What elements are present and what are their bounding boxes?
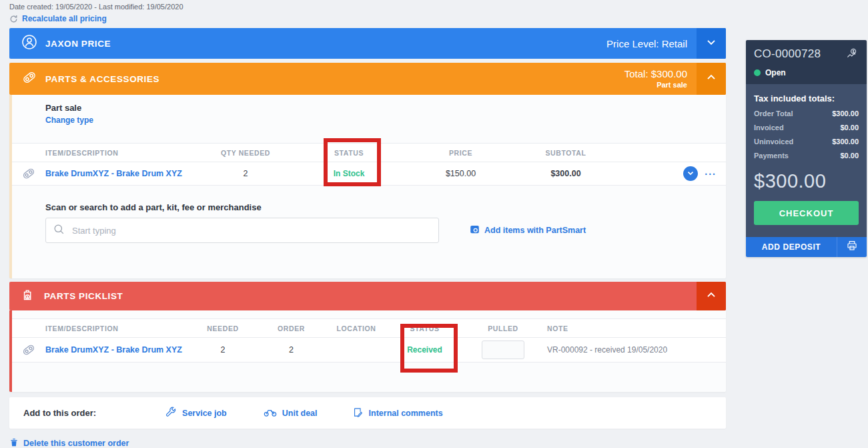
unit-deal-label: Unit deal (282, 409, 318, 418)
part-search-input[interactable] (71, 225, 432, 236)
collapse-parts-button[interactable] (697, 63, 726, 95)
parts-panel: Part sale Change type ITEM/DESCRIPTION Q… (9, 95, 726, 278)
parts-total-stack: Total: $300.00 Part sale (624, 68, 687, 90)
pulled-input[interactable] (482, 341, 524, 359)
pricing-trend-icon[interactable] (845, 47, 859, 63)
add-to-order-bar: Add to this order: Service job Unit deal… (9, 397, 726, 429)
customer-icon (21, 34, 37, 53)
picklist-header-bar: PARTS PICKLIST (9, 282, 726, 310)
motorcycle-icon (264, 407, 277, 419)
sale-type-label: Part sale (45, 103, 726, 113)
total-value: $0.00 (840, 124, 859, 132)
part-item-link[interactable]: Brake DrumXYZ - Brake Drum XYZ (45, 169, 182, 178)
change-type-link[interactable]: Change type (45, 116, 93, 125)
picklist-item-link[interactable]: Brake DrumXYZ - Brake Drum XYZ (45, 345, 182, 355)
recalculate-pricing-link[interactable]: Recalculate all pricing (9, 14, 726, 23)
delete-order-link[interactable]: Delete this customer order (9, 437, 726, 448)
col-location: LOCATION (326, 324, 386, 332)
customer-name: JAXON PRICE (45, 39, 111, 49)
order-page: Date created: 19/05/2020 - Last modified… (0, 0, 868, 448)
col-price: PRICE (406, 149, 516, 157)
expand-row-button[interactable] (683, 166, 698, 181)
chevron-up-icon (705, 288, 718, 304)
total-label: Order Total (754, 109, 793, 118)
part-item-icon (12, 166, 45, 181)
col-order: ORDER (256, 324, 326, 332)
col-pulled: PULLED (463, 324, 543, 332)
total-row-payments: Payments $0.00 (754, 152, 859, 160)
col-item-description: ITEM/DESCRIPTION (45, 324, 189, 332)
col-note: NOTE (543, 324, 726, 332)
total-row-uninvoiced: Uninvoiced $300.00 (754, 138, 859, 146)
total-label: Uninvoiced (754, 138, 793, 146)
delete-order-label: Delete this customer order (23, 439, 129, 448)
col-status: STATUS (292, 149, 406, 157)
status-dot (754, 69, 761, 76)
total-label: Invoiced (754, 124, 784, 132)
internal-comments-label: Internal comments (369, 409, 443, 418)
row-more-actions-button[interactable]: ... (705, 168, 717, 179)
collapse-picklist-button[interactable] (697, 282, 726, 310)
needed-value: 2 (189, 345, 256, 355)
picklist-status-value: Received (407, 345, 442, 355)
picklist-table-row: Brake DrumXYZ - Brake Drum XYZ 2 2 Recei… (12, 338, 726, 363)
note-text: VR-000092 - received 19/05/2020 (543, 345, 726, 355)
col-item-description: ITEM/DESCRIPTION (45, 149, 199, 157)
totals-title: Tax included totals: (754, 93, 859, 103)
checkout-button[interactable]: CHECKOUT (754, 201, 859, 225)
recalculate-label: Recalculate all pricing (22, 14, 107, 23)
parts-total: Total: $300.00 (624, 68, 687, 81)
customer-header-bar: JAXON PRICE Price Level: Retail (9, 28, 726, 59)
col-status: STATUS (386, 324, 463, 332)
total-row-invoiced: Invoiced $0.00 (754, 124, 859, 132)
add-to-order-label: Add to this order: (23, 408, 96, 418)
parts-table: ITEM/DESCRIPTION QTY NEEDED STATUS PRICE… (12, 143, 726, 186)
parts-table-header: ITEM/DESCRIPTION QTY NEEDED STATUS PRICE… (12, 143, 726, 162)
main-column: Date created: 19/05/2020 - Last modified… (9, 0, 726, 448)
subtotal-value: $300.00 (516, 169, 616, 178)
expand-customer-button[interactable] (697, 28, 726, 59)
sidebar-header: CO-0000728 Open (746, 40, 867, 84)
internal-comments-link[interactable]: Internal comments (352, 407, 443, 420)
search-icon (53, 223, 65, 238)
parts-total-subtitle: Part sale (624, 81, 687, 90)
parts-header-bar: PARTS & ACCESSORIES Total: $300.00 Part … (9, 63, 726, 95)
sidebar-totals: Tax included totals: Order Total $300.00… (746, 84, 867, 237)
total-row-order-total: Order Total $300.00 (754, 109, 859, 118)
col-qty-needed: QTY NEEDED (199, 149, 292, 157)
col-subtotal: SUBTOTAL (516, 149, 616, 157)
refresh-icon (9, 15, 18, 23)
total-value: $300.00 (832, 109, 859, 118)
qty-needed-value: 2 (199, 169, 292, 178)
printer-icon (846, 240, 858, 254)
add-deposit-button[interactable]: ADD DEPOSIT (746, 237, 837, 257)
order-number: CO-0000728 (754, 47, 821, 61)
service-job-label: Service job (182, 409, 227, 418)
trash-icon (9, 437, 19, 448)
stock-status-value: In Stock (334, 169, 365, 178)
price-level-label: Price Level: Retail (606, 38, 687, 49)
order-value: 2 (256, 345, 326, 355)
picklist-icon (21, 288, 36, 305)
note-pencil-icon (352, 407, 364, 420)
picklist-panel: ITEM/DESCRIPTION NEEDED ORDER LOCATION S… (9, 310, 726, 392)
sidebar-footer: ADD DEPOSIT (746, 237, 867, 257)
service-job-link[interactable]: Service job (165, 406, 227, 420)
parts-table-row: Brake DrumXYZ - Brake Drum XYZ 2 In Stoc… (12, 162, 726, 186)
total-value: $0.00 (840, 152, 859, 160)
parts-icon (21, 69, 37, 88)
order-summary-sidebar: CO-0000728 Open Tax included totals: Ord… (746, 40, 867, 257)
partsmart-icon (470, 224, 480, 236)
partsmart-link[interactable]: Add items with PartSmart (470, 224, 586, 236)
search-section-label: Scan or search to add a part, kit, fee o… (45, 202, 726, 212)
chevron-down-icon (705, 35, 718, 51)
part-search-box[interactable] (45, 218, 439, 243)
picklist-section-title: PARTS PICKLIST (44, 291, 123, 301)
parts-section-title: PARTS & ACCESSORIES (45, 74, 159, 84)
chevron-down-icon (686, 168, 695, 180)
print-button[interactable] (837, 237, 867, 257)
wrench-icon (165, 406, 177, 420)
col-needed: NEEDED (189, 324, 256, 332)
unit-deal-link[interactable]: Unit deal (264, 407, 318, 419)
total-label: Payments (754, 152, 789, 160)
